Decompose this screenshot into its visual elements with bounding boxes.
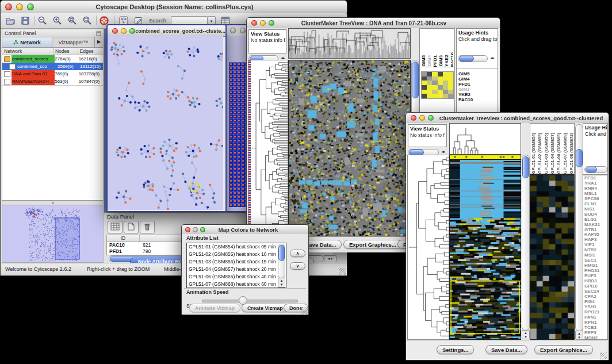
treeview2-column-dendrogram[interactable] [449,123,521,155]
new-attribute-icon[interactable] [124,221,139,233]
network-canvas[interactable] [108,36,223,210]
treeview2-gene-dendrogram[interactable] [408,155,449,339]
column-label[interactable]: GIM4 [427,55,432,67]
treeview2-status-scroll-arrows[interactable]: ◂▸ [439,149,448,155]
attribute-list-item[interactable]: GPL51-07 (GSM868) heat shock 60 min [189,281,286,288]
minimize-button[interactable] [16,3,23,10]
column-label[interactable]: GPL51-04 (GSM857) [550,133,555,174]
row-label[interactable]: PAC10 [458,97,473,102]
zoom-in-icon[interactable] [52,16,63,26]
attribute-list-item[interactable]: GPL51-02 (GSM855) heat shock 10 min [189,251,286,258]
minimize-button[interactable] [240,28,246,33]
row-label[interactable]: PFD1 [458,82,473,87]
save-session-icon[interactable] [20,16,30,26]
move-up-button[interactable]: ∧ [290,250,305,257]
tab-overflow-arrow-icon[interactable]: ▶ [94,37,103,47]
treeview1-heatmap[interactable] [288,60,411,236]
animate-vizmap-button[interactable]: Animate Vizmap [189,304,240,312]
network-table-row[interactable]: combined_sco 2569(6) 13112(15) [2,63,103,70]
zoom-selected-icon[interactable] [67,16,78,26]
attribute-list-scroll-arrows[interactable]: ▴▾ [278,278,285,288]
network-table-row[interactable]: DNA and Tran 07 769(0) 183728(0) [2,70,103,78]
column-label[interactable]: GPL51-03 (GSM856) [544,133,549,174]
treeview2-gene-scroll-arrows[interactable]: ▴▾ [575,331,583,340]
column-label[interactable]: GIM3 [438,55,443,67]
minimize-button[interactable] [260,20,266,26]
column-label[interactable]: PAC10 [450,52,453,67]
treeview1-titlebar[interactable]: ClusterMaker TreeView : DNA and Tran 07-… [247,18,500,29]
treeview2-global-vscrollbar[interactable] [522,155,530,331]
row-label[interactable]: GIM5 [458,71,473,76]
column-label[interactable]: GPL51-06 (GSM865) [556,133,561,174]
treeview1-hints-hscrollbar[interactable] [458,55,488,62]
main-resize-grip[interactable] [339,268,346,275]
treeview2-save-data-button[interactable]: Save Data... [485,345,527,354]
treeview2-gene-tree-panel[interactable] [407,155,449,340]
network-tree-empty-area[interactable] [2,85,103,200]
zoom-fit-icon[interactable] [82,16,93,26]
treeview2-gene-vscrollbar[interactable] [575,124,583,331]
close-button[interactable] [112,28,118,34]
animation-speed-slider-track[interactable] [202,300,298,302]
zoom-button[interactable] [129,28,135,34]
column-label[interactable]: GPL51-01 (GSM854) [531,133,536,174]
create-vizmap-button[interactable]: Create Vizmap [242,304,289,312]
close-button[interactable] [185,227,190,232]
birdseye-overview[interactable] [2,205,103,262]
treeview2-zoom-heatmap[interactable] [530,175,575,340]
minimize-button[interactable] [121,28,127,34]
treeview1-column-dendrogram[interactable] [288,28,411,59]
column-label[interactable]: GPL51-02 (GSM855) [537,133,542,174]
treeview1-export-graphics-button[interactable]: Export Graphics... [343,240,402,249]
open-file-icon[interactable] [5,16,16,26]
treeview1-gene-dendrogram[interactable] [251,60,288,236]
close-button[interactable] [230,28,236,33]
delete-attribute-trash-icon[interactable] [140,221,155,233]
close-button[interactable] [5,3,12,10]
column-label[interactable]: GPL51-07 (GSM868) [563,133,568,174]
attribute-list-item[interactable]: GPL51-03 (GSM856) heat shock 15 min [189,258,286,266]
treeview2-hints-hscrollbar[interactable] [584,166,607,173]
data-panel-hscroll-arrows[interactable]: ◂ ▸ [324,255,336,262]
splitter-handle[interactable] [2,200,103,205]
tab-vizmapper[interactable]: VizMapper™ [52,37,94,47]
column-label[interactable]: GPL51-08 (GSM872) [569,133,573,174]
treeview1-correlation-matrix[interactable] [421,71,454,99]
zoom-out-icon[interactable] [37,16,48,26]
row-label[interactable]: GIM3 [458,87,473,92]
attribute-list-item[interactable]: GPL51-06 (GSM865) heat shock 40 min [189,273,286,281]
treeview2-export-graphics-button[interactable]: Export Graphics... [534,345,593,354]
network-table-row[interactable]: RNAPuberNov2+I 563(0) 107847(0) [2,78,103,85]
treeview2-settings-button[interactable]: Settings... [437,345,474,354]
row-label[interactable]: YKE2 [458,92,473,97]
tab-network[interactable]: Network [2,37,52,47]
float-panel-icon[interactable] [96,28,103,39]
treeview2-titlebar[interactable]: ClusterMaker TreeView : combined_scores_… [406,113,609,124]
treeview2-global-scroll-arrows[interactable]: ▴▾ [522,330,530,339]
row-label[interactable]: GIM4 [458,76,473,82]
close-button[interactable] [251,20,257,26]
move-down-button[interactable]: ∨ [290,262,305,270]
network-window-titlebar[interactable]: combined_scores_good.txt--cluste... [108,25,225,37]
zoom-button[interactable] [428,115,434,121]
zoom-button[interactable] [269,20,274,26]
column-label[interactable]: GIM5 [421,55,426,67]
main-titlebar[interactable]: Cytoscape Desktop (Session Name: collins… [1,1,347,14]
dialog-resize-grip[interactable] [301,307,308,314]
network-table-row[interactable]: combined_scores 2764(0) 16218(0) [2,55,103,63]
gene-label[interactable]: MON2 [584,336,607,340]
zoom-button[interactable] [200,227,205,232]
attribute-list-item[interactable]: GPL51-04 (GSM857) heat shock 20 min [189,266,286,273]
minimize-button[interactable] [193,227,198,232]
zoom-button[interactable] [27,3,34,10]
treeview1-gene-tree-panel[interactable] [248,60,288,236]
select-attributes-icon[interactable] [108,221,123,233]
attribute-list-vscrollbar[interactable] [278,244,285,278]
treeview2-resize-grip[interactable] [600,352,607,359]
treeview1-hints-scroll-arrows[interactable]: ◂▸ [488,55,497,61]
column-label[interactable]: PFD1 [433,55,438,67]
treeview2-global-heatmap[interactable] [449,155,521,340]
dialog-titlebar[interactable]: Map Colors to Network [182,225,308,235]
attribute-list-item[interactable]: GPL51-01 (GSM854) heat shock 05 min [189,243,286,251]
minimize-button[interactable] [419,115,425,121]
